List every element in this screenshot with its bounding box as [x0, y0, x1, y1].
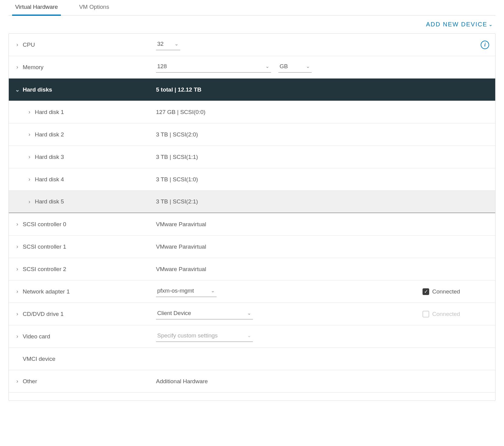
- hard-disk-2-label: Hard disk 2: [35, 131, 64, 138]
- chevron-right-icon: ›: [26, 109, 33, 115]
- row-hard-disk-4[interactable]: › Hard disk 4 3 TB | SCSI(1:0): [9, 168, 495, 191]
- cpu-value: 32: [157, 41, 164, 47]
- chevron-down-icon: ⌄: [306, 63, 310, 69]
- chevron-down-icon: ⌄: [14, 86, 21, 93]
- row-cddvd-drive-1[interactable]: › CD/DVD drive 1 Client Device ⌄ Connect…: [9, 303, 495, 325]
- cddvd-drive-1-select[interactable]: Client Device ⌄: [156, 309, 253, 320]
- scsi-1-label: SCSI controller 1: [23, 243, 66, 250]
- cddvd-connected-checkbox: [423, 311, 429, 317]
- hard-disk-5-label: Hard disk 5: [35, 198, 64, 205]
- hard-disks-summary: 5 total | 12.12 TB: [156, 86, 201, 93]
- chevron-right-icon: ›: [14, 288, 21, 295]
- memory-value-select[interactable]: 128 ⌄: [156, 62, 271, 73]
- chevron-right-icon: ›: [14, 333, 21, 340]
- chevron-right-icon: ›: [26, 199, 33, 205]
- memory-value: 128: [157, 63, 167, 70]
- row-network-adapter-1[interactable]: › Network adapter 1 pfxm-os-mgmt ⌄ ✓ Con…: [9, 280, 495, 303]
- network-adapter-1-label: Network adapter 1: [23, 288, 70, 295]
- network-adapter-1-value: pfxm-os-mgmt: [157, 287, 194, 294]
- network-adapter-1-select[interactable]: pfxm-os-mgmt ⌄: [156, 286, 217, 297]
- row-hard-disk-3[interactable]: › Hard disk 3 3 TB | SCSI(1:1): [9, 146, 495, 168]
- cddvd-drive-1-value: Client Device: [157, 310, 191, 317]
- chevron-down-icon: ⌄: [247, 333, 251, 338]
- row-memory[interactable]: › Memory 128 ⌄ GB ⌄: [9, 56, 495, 79]
- chevron-down-icon: ⌄: [174, 41, 178, 47]
- row-scsi-1[interactable]: › SCSI controller 1 VMware Paravirtual: [9, 236, 495, 258]
- chevron-down-icon: ⌄: [489, 22, 493, 27]
- row-scsi-0[interactable]: › SCSI controller 0 VMware Paravirtual: [9, 213, 495, 236]
- row-hard-disk-1[interactable]: › Hard disk 1 127 GB | SCSI(0:0): [9, 101, 495, 123]
- scsi-1-value: VMware Paravirtual: [156, 243, 206, 250]
- row-vmci-device: VMCI device: [9, 348, 495, 370]
- hard-disks-label: Hard disks: [23, 86, 52, 93]
- chevron-right-icon: ›: [26, 176, 33, 183]
- scsi-0-value: VMware Paravirtual: [156, 221, 206, 228]
- video-card-select[interactable]: Specify custom settings ⌄: [156, 331, 253, 342]
- vmci-device-label: VMCI device: [23, 356, 55, 362]
- chevron-down-icon: ⌄: [265, 63, 269, 69]
- spacer: [14, 356, 21, 362]
- info-icon[interactable]: i: [481, 41, 489, 49]
- chevron-right-icon: ›: [26, 154, 33, 160]
- hardware-panel: › CPU 32 ⌄ i › Memory 128 ⌄: [8, 33, 496, 401]
- hard-disk-3-value: 3 TB | SCSI(1:1): [156, 154, 198, 160]
- cddvd-connected-label: Connected: [432, 311, 460, 317]
- chevron-down-icon: ⌄: [247, 310, 251, 316]
- cddvd-drive-1-label: CD/DVD drive 1: [23, 311, 64, 317]
- chevron-right-icon: ›: [14, 243, 21, 250]
- memory-label: Memory: [23, 64, 44, 71]
- scsi-2-label: SCSI controller 2: [23, 266, 66, 273]
- scsi-2-value: VMware Paravirtual: [156, 266, 206, 273]
- memory-unit: GB: [280, 63, 288, 70]
- memory-unit-select[interactable]: GB ⌄: [278, 62, 312, 73]
- row-other[interactable]: › Other Additional Hardware: [9, 370, 495, 393]
- row-scsi-2[interactable]: › SCSI controller 2 VMware Paravirtual: [9, 258, 495, 280]
- hard-disk-1-value: 127 GB | SCSI(0:0): [156, 109, 205, 116]
- row-cpu[interactable]: › CPU 32 ⌄ i: [9, 34, 495, 56]
- hard-disk-4-value: 3 TB | SCSI(1:0): [156, 176, 198, 183]
- add-new-device-button[interactable]: ADD NEW DEVICE ⌄: [426, 21, 493, 28]
- row-hard-disks[interactable]: ⌄ Hard disks 5 total | 12.12 TB: [9, 79, 495, 101]
- row-video-card[interactable]: › Video card Specify custom settings ⌄: [9, 325, 495, 348]
- add-new-device-label: ADD NEW DEVICE: [426, 21, 487, 28]
- tab-vm-options[interactable]: VM Options: [76, 0, 112, 15]
- chevron-down-icon: ⌄: [211, 288, 215, 293]
- network-connected-label: Connected: [432, 288, 460, 295]
- video-card-label: Video card: [23, 333, 50, 340]
- tab-virtual-hardware[interactable]: Virtual Hardware: [12, 0, 61, 15]
- hard-disk-5-value: 3 TB | SCSI(2:1): [156, 198, 198, 205]
- panel-footer: [9, 393, 495, 401]
- cpu-select[interactable]: 32 ⌄: [156, 39, 180, 50]
- chevron-right-icon: ›: [14, 221, 21, 227]
- row-hard-disk-5[interactable]: › Hard disk 5 3 TB | SCSI(2:1): [9, 191, 495, 213]
- tabs-bar: Virtual Hardware VM Options: [8, 0, 496, 15]
- check-icon: ✓: [424, 289, 428, 294]
- hard-disk-3-label: Hard disk 3: [35, 154, 64, 160]
- other-value: Additional Hardware: [156, 378, 208, 385]
- chevron-right-icon: ›: [14, 64, 21, 70]
- row-hard-disk-2[interactable]: › Hard disk 2 3 TB | SCSI(2:0): [9, 123, 495, 146]
- other-label: Other: [23, 378, 37, 385]
- network-connected-checkbox[interactable]: ✓: [423, 288, 429, 295]
- chevron-right-icon: ›: [14, 42, 21, 48]
- hard-disk-1-label: Hard disk 1: [35, 109, 64, 116]
- scsi-0-label: SCSI controller 0: [23, 221, 66, 228]
- hard-disk-4-label: Hard disk 4: [35, 176, 64, 183]
- chevron-right-icon: ›: [14, 266, 21, 272]
- chevron-right-icon: ›: [14, 378, 21, 384]
- chevron-right-icon: ›: [14, 311, 21, 317]
- video-card-value: Specify custom settings: [157, 332, 218, 339]
- cpu-label: CPU: [23, 42, 35, 48]
- hard-disk-2-value: 3 TB | SCSI(2:0): [156, 131, 198, 138]
- chevron-right-icon: ›: [26, 131, 33, 138]
